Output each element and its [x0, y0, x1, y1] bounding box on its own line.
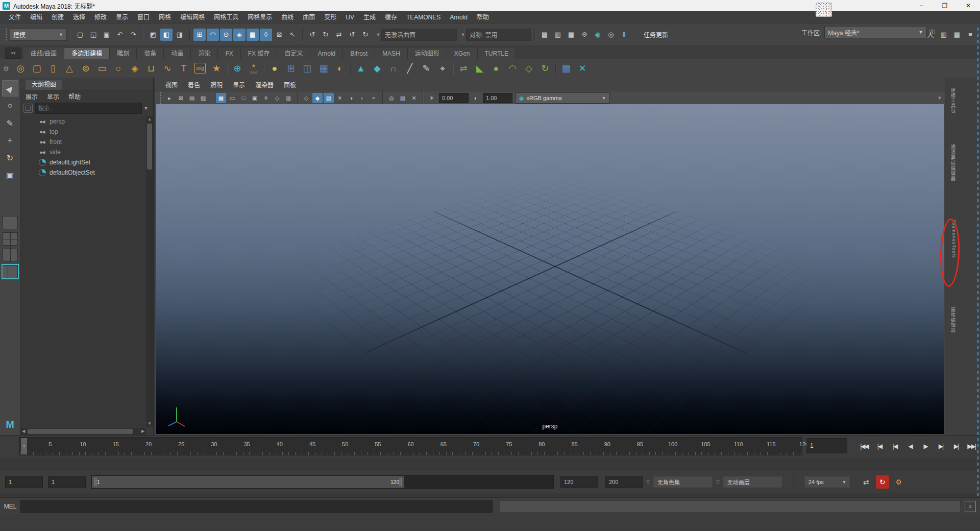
range-slider-track[interactable]: 1 120 [91, 475, 554, 489]
shelf-tab-多边形建模[interactable]: 多边形建模 [64, 48, 110, 59]
highlight-selection-icon[interactable]: ↖ [286, 29, 299, 41]
select-object-icon[interactable]: ◧ [160, 29, 173, 41]
poly-plane-icon[interactable]: ▭ [94, 61, 110, 76]
super-shape-icon[interactable]: ★ [209, 61, 224, 76]
outliner-item-front[interactable]: ■◀front [20, 137, 146, 147]
select-component-icon[interactable]: ◨ [174, 29, 186, 41]
current-frame-field[interactable] [806, 438, 847, 453]
safe-title-icon[interactable]: ▥ [283, 93, 293, 103]
menu-修改[interactable]: 修改 [90, 11, 111, 23]
menu-帮助[interactable]: 帮助 [472, 11, 494, 23]
gear-icon[interactable]: ⚙ [3, 65, 11, 73]
animation-end-field[interactable] [605, 476, 643, 488]
chevron-down-icon[interactable]: ▼ [142, 106, 150, 111]
delete-component-icon[interactable]: ✕ [575, 61, 590, 76]
range-slider-bar[interactable]: 1 120 [92, 476, 404, 488]
motion-blur-toggle-icon[interactable]: ≈ [369, 93, 379, 103]
poly-torus-icon[interactable]: ⊚ [78, 61, 93, 76]
shelf-menu-icon[interactable]: ▾▾ [5, 47, 21, 59]
auto-keyframe-toggle-icon[interactable]: ↻ [876, 475, 889, 489]
multi-cut-icon[interactable]: ╱ [402, 61, 418, 76]
safe-action-icon[interactable]: ◇ [272, 93, 282, 103]
camera-bookmark-icon[interactable]: ▤ [187, 93, 197, 103]
outliner-item-top[interactable]: ■◀top [20, 127, 146, 137]
render-view-icon[interactable]: ▤ [538, 29, 551, 41]
animation-start-field[interactable] [5, 476, 43, 488]
poly-cube-icon[interactable]: ▢ [29, 61, 44, 76]
xray-mode-icon[interactable]: ▨ [398, 93, 408, 103]
outliner-item-defaultObjectSet[interactable]: defaultObjectSet [20, 167, 146, 178]
anim-layer-select[interactable]: 无动画层 [723, 476, 783, 488]
outliner-item-defaultLightSet[interactable]: defaultLightSet [20, 157, 146, 167]
playback-end-field[interactable] [560, 476, 598, 488]
menu-Arnold[interactable]: Arnold [445, 11, 472, 23]
viewport-menu-照明[interactable]: 照明 [205, 80, 228, 89]
snap-origin-icon[interactable]: *0,0,0 [246, 61, 261, 76]
scroll-up-icon[interactable]: ▲ [146, 116, 153, 123]
film-gate-icon[interactable]: ▭ [227, 93, 237, 103]
attribute-editor-icon[interactable]: ▥ [938, 29, 950, 41]
shelf-tab-Arnold[interactable]: Arnold [310, 48, 343, 59]
viewport-menu-显示[interactable]: 显示 [228, 80, 250, 89]
paint-select-tool-icon[interactable]: ✎ [2, 115, 18, 131]
textured-mode-icon[interactable]: ▧ [324, 93, 334, 103]
drag-handle[interactable] [159, 91, 162, 105]
image-plane-icon[interactable]: ▨ [198, 93, 208, 103]
pinch-tool-icon[interactable]: ◇ [521, 61, 536, 76]
live-surface-magnet-icon[interactable]: ⊕ [230, 61, 245, 76]
menu-变形[interactable]: 变形 [320, 11, 341, 23]
menu-缓存[interactable]: 缓存 [380, 11, 402, 23]
symmetrize-icon[interactable]: ⇌ [456, 61, 471, 76]
bridge-icon[interactable]: ∩ [386, 61, 401, 76]
scrollbar-thumb[interactable] [28, 429, 133, 434]
pause-viewport-icon[interactable]: ‖ [618, 29, 630, 41]
menu-编辑[interactable]: 编辑 [26, 11, 47, 23]
field-chart-icon[interactable]: # [261, 93, 271, 103]
scroll-down-icon[interactable]: ▼ [146, 421, 153, 427]
relax-tool-icon[interactable]: ◠ [505, 61, 520, 76]
smooth-shade-mode-icon[interactable]: ◆ [312, 93, 323, 103]
shelf-tab-动画[interactable]: 动画 [164, 48, 191, 59]
resolution-gate-icon[interactable]: □ [238, 93, 249, 103]
symmetry-field[interactable]: 对称: 禁用 [466, 29, 531, 41]
shelf-tab-FX[interactable]: FX [218, 48, 240, 59]
snap-to-view-plane-icon[interactable]: ◊ [260, 29, 272, 41]
history-cycle-forward-icon[interactable]: ↻ [359, 29, 372, 41]
minimize-button[interactable]: – [910, 0, 933, 11]
viewport-menu-面板[interactable]: 面板 [279, 80, 301, 89]
menu-网格工具[interactable]: 网格工具 [209, 11, 243, 23]
quad-draw-icon[interactable]: ✎ [419, 61, 434, 76]
outliner-horizontal-scrollbar[interactable]: ◀ ▶ [20, 428, 146, 435]
rotate-tool-icon[interactable]: ↻ [2, 150, 18, 166]
move-tool-icon[interactable]: + [2, 132, 18, 149]
layout-outliner-persp[interactable] [3, 265, 18, 278]
exposure-field[interactable]: 0.00 [439, 93, 469, 103]
shelf-tab-MASH[interactable]: MASH [375, 48, 408, 59]
menu-窗口[interactable]: 窗口 [133, 11, 154, 23]
playback-start-field[interactable] [48, 476, 86, 488]
render-settings-icon[interactable]: ⚙ [578, 29, 591, 41]
poly-type-icon[interactable]: T [176, 61, 191, 76]
svg-tool-icon[interactable]: svg [192, 61, 208, 76]
channel-box-icon[interactable]: ≡ [964, 29, 976, 41]
menu-曲面[interactable]: 曲面 [298, 11, 320, 23]
viewport-menu-视图[interactable]: 视图 [160, 80, 183, 89]
select-tool-icon[interactable]: ▶ [2, 80, 18, 96]
lock-camera-icon[interactable]: ⊠ [176, 93, 186, 103]
grid-toggle-icon[interactable]: ▦ [216, 93, 226, 103]
poly-pipe-icon[interactable]: ⊔ [143, 61, 159, 76]
platonic-solid-icon[interactable]: ◈ [127, 61, 142, 76]
close-button[interactable]: ✕ [957, 0, 980, 11]
append-to-polygon-icon[interactable]: ◣ [472, 61, 487, 76]
workspace-combo[interactable]: Maya 经典* ▼ [824, 26, 926, 38]
chevron-down-icon[interactable]: ▼ [457, 32, 466, 37]
target-weld-icon[interactable]: ⌖ [435, 61, 450, 76]
active-surface-field[interactable]: 无激活曲面 [381, 29, 457, 41]
menu-TEAMONES[interactable]: TEAMONES [402, 11, 445, 23]
gate-mask-icon[interactable]: ▣ [250, 93, 260, 103]
gamma-field[interactable]: 1.00 [483, 93, 512, 103]
render-current-frame-icon[interactable]: ▥ [552, 29, 564, 41]
playback-loop-icon[interactable]: ⇄ [860, 475, 873, 489]
poly-disc-icon[interactable]: ○ [111, 61, 126, 76]
construction-history-icon[interactable]: ⇄ [333, 29, 345, 41]
